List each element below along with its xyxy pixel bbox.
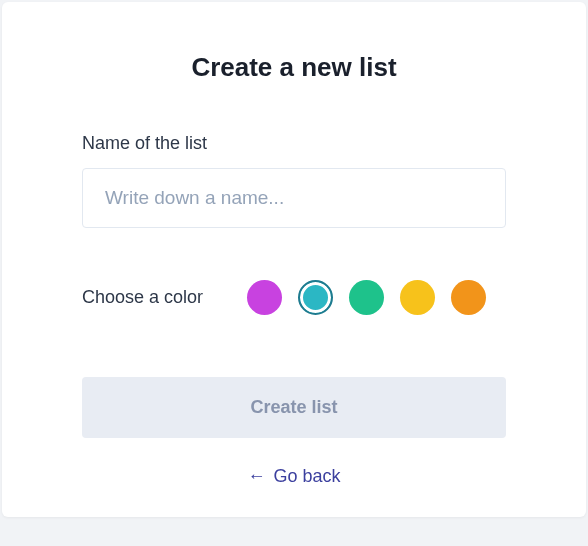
arrow-left-icon: ←	[247, 466, 265, 487]
create-list-button[interactable]: Create list	[82, 377, 506, 438]
create-list-modal: Create a new list Name of the list Choos…	[2, 2, 586, 517]
color-swatch-3[interactable]	[400, 280, 435, 315]
color-swatch-container	[247, 280, 486, 315]
go-back-link[interactable]: ← Go back	[82, 466, 506, 487]
modal-title: Create a new list	[82, 52, 506, 83]
go-back-label: Go back	[273, 466, 340, 487]
color-swatch-0[interactable]	[247, 280, 282, 315]
color-field-label: Choose a color	[82, 287, 203, 308]
color-swatch-2[interactable]	[349, 280, 384, 315]
color-picker-row: Choose a color	[82, 280, 506, 315]
name-field-label: Name of the list	[82, 133, 506, 154]
list-name-input[interactable]	[82, 168, 506, 228]
color-swatch-4[interactable]	[451, 280, 486, 315]
color-swatch-1[interactable]	[298, 280, 333, 315]
